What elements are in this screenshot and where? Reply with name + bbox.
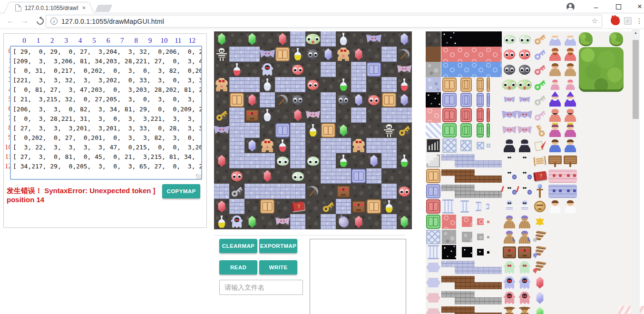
map-tile-floor-dark[interactable] [351, 184, 366, 199]
map-tile-floor-dark[interactable] [336, 62, 351, 77]
tileset-tile-door-blue[interactable] [426, 184, 441, 199]
map-tile-moai[interactable] [244, 108, 260, 123]
address-bar[interactable]: i 127.0.0.1:1055/drawMapGUI.html ☆ [46, 15, 602, 28]
map-tile-door-tan[interactable] [366, 199, 381, 214]
map-canvas[interactable]: ? [214, 31, 412, 229]
map-tile-wall-brick[interactable] [351, 108, 366, 123]
map-tile-door-tan[interactable] [229, 92, 244, 108]
map-tile-wall-brick[interactable] [366, 168, 381, 184]
map-tile-floor-dark[interactable] [321, 184, 336, 199]
tileset-tile-door-red[interactable] [426, 199, 441, 214]
map-tile-wall-brick[interactable] [260, 184, 275, 199]
map-tile-wall-brick[interactable] [229, 123, 244, 138]
map-tile-wall-brick[interactable] [321, 138, 336, 153]
tileset-tile-door-tan[interactable] [487, 78, 490, 92]
matrix-textarea[interactable] [10, 46, 202, 180]
map-tile-floor-dark[interactable] [366, 214, 381, 229]
tileset-tile-mummy[interactable] [502, 214, 517, 229]
tileset-tile-squares-black[interactable] [442, 245, 456, 259]
map-tile-floor-dark[interactable] [397, 168, 412, 184]
map-tile-ball-red[interactable] [305, 77, 321, 92]
tileset-tile-steps-lavender[interactable] [441, 153, 502, 168]
tileset-tile-squares-red[interactable] [487, 221, 489, 223]
read-button[interactable]: READ [219, 260, 257, 275]
tileset-tile-steps-brown[interactable] [441, 168, 502, 184]
tileset-tile-lattice-set[interactable] [460, 140, 472, 151]
map-tile-floor-dark[interactable] [366, 108, 381, 123]
tileset-tile-wizard[interactable] [563, 92, 578, 108]
tileset-tile-fighter[interactable] [563, 62, 578, 77]
extension-check-icon[interactable]: ✓ [624, 17, 632, 25]
tileset-tile-water-blue-wide[interactable] [441, 62, 502, 77]
extension-hand-icon[interactable] [610, 16, 620, 26]
map-tile-crystal-green[interactable] [214, 31, 229, 47]
tileset-tile-lattice-set[interactable] [442, 138, 457, 153]
tileset-tile-door-blue[interactable] [477, 93, 484, 107]
map-tile-wall-brick[interactable] [321, 62, 336, 77]
map-tile-wall-brick[interactable] [260, 153, 275, 168]
map-tile-flask-green[interactable] [397, 153, 412, 168]
map-tile-wall-brick[interactable] [290, 214, 305, 229]
tileset-tile-bride[interactable] [563, 199, 578, 214]
tileset-tile-ghost-red[interactable] [517, 290, 532, 305]
tileset-tile-skeleton-armor[interactable] [502, 199, 517, 214]
url-text[interactable]: 127.0.0.1:1055/drawMapGUI.html [61, 18, 164, 25]
map-tile-floor-dark[interactable] [229, 31, 244, 47]
tileset-tile-dwarf[interactable] [563, 47, 578, 62]
map-tile-door-tan[interactable] [381, 92, 397, 108]
scrollbar-thumb[interactable] [633, 40, 639, 119]
tileset-tile-crystal-blue[interactable] [532, 290, 547, 305]
map-tile-floor-dark[interactable] [214, 168, 229, 184]
map-tile-crystal-red[interactable] [275, 31, 290, 47]
map-tile-wall-brick[interactable] [381, 184, 397, 199]
map-tile-wall-brick[interactable] [244, 184, 260, 199]
tileset-tile-steps-lavender[interactable] [441, 260, 502, 275]
tileset-tile-ball-red[interactable] [502, 47, 517, 62]
tileset-tile-stairs-steps[interactable] [426, 153, 441, 168]
tileset-tile-crystal-green[interactable] [532, 305, 547, 314]
tileset-tile-bat-red[interactable] [502, 123, 517, 138]
browser-tab[interactable]: 127.0.0.1:1055/drawMa × [10, 2, 88, 13]
map-tile-floor-dark[interactable] [305, 199, 321, 214]
forward-icon[interactable]: → [19, 15, 30, 27]
map-tile-flask-red[interactable] [275, 138, 290, 153]
map-tile-flask-white[interactable] [336, 31, 351, 47]
map-tile-crystal-red[interactable] [351, 214, 366, 229]
tileset-tile-wing-red[interactable] [532, 260, 547, 275]
tileset-tile-oldman[interactable] [547, 31, 563, 47]
map-tile-wall-brick[interactable] [321, 31, 336, 47]
tileset-tile-tree-single[interactable] [608, 32, 624, 47]
map-tile-floor-dark[interactable] [397, 138, 412, 153]
map-tile-wall-brick[interactable] [336, 168, 351, 184]
map-tile-golem[interactable] [336, 47, 351, 62]
tileset-tile-door-green[interactable] [442, 123, 457, 137]
tileset-tile-door-green[interactable] [477, 123, 484, 137]
map-tile-slime-pale[interactable] [275, 153, 290, 168]
map-tile-floor-dark[interactable] [336, 108, 351, 123]
window-maximize-button[interactable] [611, 0, 625, 13]
map-tile-flask-yellow[interactable] [381, 199, 397, 214]
map-tile-pickaxe[interactable] [305, 184, 321, 199]
tileset-tile-pillar-set[interactable] [486, 204, 489, 209]
map-tile-crystal-red[interactable] [244, 92, 260, 108]
tileset-tile-fairy[interactable] [547, 77, 563, 92]
map-tile-floor-dark[interactable] [260, 214, 275, 229]
tileset-tile-wall-blue-face[interactable] [547, 185, 578, 198]
tileset-tile-door-blue[interactable] [487, 93, 490, 107]
map-tile-wall-brick[interactable] [229, 77, 244, 92]
map-tile-wall-brick[interactable] [381, 138, 397, 153]
map-tile-golem[interactable] [351, 138, 366, 153]
map-tile-floor-dark[interactable] [214, 138, 229, 153]
map-tile-wall-brick[interactable] [336, 138, 351, 153]
tileset-tile-vampire[interactable] [502, 138, 517, 153]
tileset-tile-key-red[interactable] [532, 62, 547, 77]
map-tile-floor-dark[interactable] [214, 62, 229, 77]
map-tile-flask-yellow[interactable] [305, 123, 321, 138]
map-tile-door-tan[interactable] [275, 47, 290, 62]
tileset-tile-skeleton-shield[interactable] [517, 168, 532, 184]
map-tile-bat-red[interactable] [397, 62, 412, 77]
tileset-tile-wizard[interactable] [547, 92, 563, 108]
map-tile-floor-dark[interactable] [351, 153, 366, 168]
map-tile-key-gold[interactable] [214, 108, 229, 123]
map-tile-wall-brick[interactable] [244, 47, 260, 62]
